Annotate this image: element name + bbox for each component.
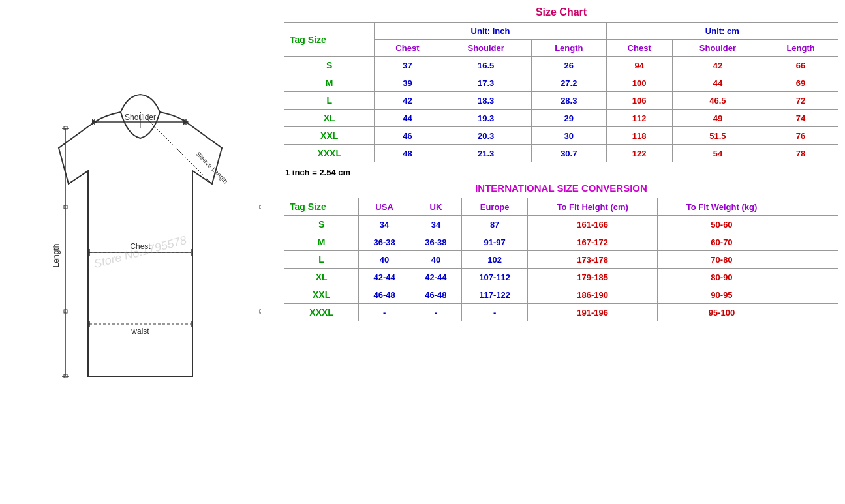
chest-cm-cell: 112 (606, 110, 672, 127)
table-row: XXL 46 20.3 30 118 51.5 76 (284, 127, 838, 145)
intl-table-row: S 34 34 87 161-166 50-60 (284, 216, 838, 233)
intl-table-row: L 40 40 102 173-178 70-80 (284, 251, 838, 269)
intl-table-row: XXXL - - - 191-196 95-100 (284, 304, 838, 321)
intl-usa-cell: 34 (359, 216, 410, 233)
length-cm-cell: 76 (763, 127, 838, 145)
intl-europe-cell: - (461, 304, 528, 321)
intl-table: Tag Size USA UK Europe To Fit Height (cm… (284, 198, 838, 321)
table-row: S 37 16.5 26 94 42 66 (284, 57, 838, 74)
table-row: M 39 17.3 27.2 100 44 69 (284, 74, 838, 92)
svg-line-0 (69, 171, 88, 184)
intl-tag-cell: XXXL (284, 304, 359, 321)
intl-height-cell: 173-178 (528, 251, 658, 269)
intl-empty-cell (786, 233, 838, 251)
chest-in-cell: 48 (375, 145, 440, 162)
intl-europe-cell: 117-122 (461, 286, 528, 304)
intl-height-cell: 161-166 (528, 216, 658, 233)
svg-text:Sleeve Length: Sleeve Length (195, 150, 230, 185)
intl-empty-cell (786, 304, 838, 321)
intl-col-height: To Fit Height (cm) (528, 198, 658, 216)
intl-title: INTERNATIONAL SIZE CONVERSION (284, 183, 838, 194)
intl-europe-cell: 107-112 (461, 269, 528, 286)
intl-empty-cell (786, 216, 838, 233)
table-row: XL 44 19.3 29 112 49 74 (284, 110, 838, 127)
col-shoulder-cm: Shoulder (672, 40, 763, 57)
length-cm-cell: 78 (763, 145, 838, 162)
col-length-cm: Length (763, 40, 838, 57)
chest-cm-cell: 94 (606, 57, 672, 74)
svg-rect-26 (260, 205, 261, 209)
tag-size-cell: XXXL (284, 145, 375, 162)
intl-col-empty (786, 198, 838, 216)
length-cm-cell: 69 (763, 74, 838, 92)
svg-text:Shoulder: Shoulder (125, 113, 156, 122)
chest-cm-cell: 106 (606, 92, 672, 110)
intl-usa-cell: 36-38 (359, 233, 410, 251)
shoulder-cm-cell: 46.5 (672, 92, 763, 110)
intl-col-usa: USA (359, 198, 410, 216)
intl-weight-cell: 50-60 (657, 216, 786, 233)
shoulder-cm-cell: 49 (672, 110, 763, 127)
size-chart-table: Tag Size Unit: inch Unit: cm Chest Shoul… (284, 22, 838, 162)
tag-size-header: Tag Size (284, 23, 375, 57)
unit-cm-header: Unit: cm (606, 23, 838, 40)
length-in-cell: 28.3 (531, 92, 606, 110)
tshirt-diagram: Shoulder Chest Length waist Sleeve Len (20, 63, 261, 441)
shoulder-cm-cell: 54 (672, 145, 763, 162)
intl-uk-cell: 46-48 (410, 286, 462, 304)
chest-in-cell: 44 (375, 110, 440, 127)
length-in-cell: 26 (531, 57, 606, 74)
shoulder-in-cell: 17.3 (440, 74, 532, 92)
tag-size-cell: M (284, 74, 375, 92)
intl-tag-size-header: Tag Size (284, 198, 359, 216)
shoulder-in-cell: 16.5 (440, 57, 532, 74)
intl-europe-cell: 91-97 (461, 233, 528, 251)
intl-usa-cell: 40 (359, 251, 410, 269)
intl-uk-cell: 34 (410, 216, 462, 233)
shoulder-cm-cell: 51.5 (672, 127, 763, 145)
intl-usa-cell: 46-48 (359, 286, 410, 304)
length-cm-cell: 74 (763, 110, 838, 127)
intl-usa-cell: - (359, 304, 410, 321)
intl-height-cell: 179-185 (528, 269, 658, 286)
tag-size-cell: XL (284, 110, 375, 127)
svg-text:Length: Length (52, 243, 61, 267)
intl-europe-cell: 102 (461, 251, 528, 269)
intl-uk-cell: - (410, 304, 462, 321)
inch-note: 1 inch = 2.54 cm (285, 168, 838, 177)
col-length-in: Length (531, 40, 606, 57)
length-in-cell: 30 (531, 127, 606, 145)
shoulder-in-cell: 18.3 (440, 92, 532, 110)
intl-tag-cell: L (284, 251, 359, 269)
intl-tag-cell: XXL (284, 286, 359, 304)
chest-in-cell: 37 (375, 57, 440, 74)
chest-in-cell: 42 (375, 92, 440, 110)
intl-weight-cell: 70-80 (657, 251, 786, 269)
shoulder-in-cell: 21.3 (440, 145, 532, 162)
chest-cm-cell: 100 (606, 74, 672, 92)
intl-empty-cell (786, 286, 838, 304)
chest-in-cell: 39 (375, 74, 440, 92)
chest-in-cell: 46 (375, 127, 440, 145)
tag-size-cell: S (284, 57, 375, 74)
svg-text:Chest: Chest (130, 242, 151, 251)
intl-uk-cell: 40 (410, 251, 462, 269)
tag-size-cell: XXL (284, 127, 375, 145)
chest-cm-cell: 122 (606, 145, 672, 162)
svg-text:waist: waist (131, 327, 149, 336)
shoulder-cm-cell: 42 (672, 57, 763, 74)
table-row: XXXL 48 21.3 30.7 122 54 78 (284, 145, 838, 162)
intl-usa-cell: 42-44 (359, 269, 410, 286)
intl-europe-cell: 87 (461, 216, 528, 233)
intl-col-uk: UK (410, 198, 462, 216)
length-in-cell: 29 (531, 110, 606, 127)
col-chest-cm: Chest (606, 40, 672, 57)
size-chart-title: Size Chart (284, 7, 838, 18)
intl-empty-cell (786, 251, 838, 269)
intl-weight-cell: 95-100 (657, 304, 786, 321)
svg-line-20 (140, 112, 212, 184)
intl-empty-cell (786, 269, 838, 286)
intl-col-weight: To Fit Weight (kg) (657, 198, 786, 216)
unit-inch-header: Unit: inch (375, 23, 606, 40)
left-panel: Shoulder Chest Length waist Sleeve Len (0, 0, 281, 504)
